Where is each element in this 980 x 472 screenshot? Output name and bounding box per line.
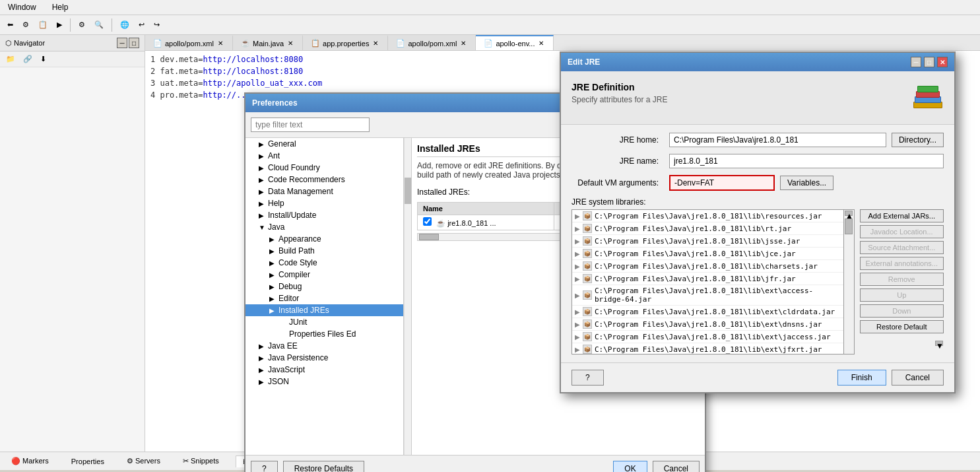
navigator-maximize[interactable]: □: [129, 38, 139, 48]
external-annotations-btn[interactable]: External annotations...: [860, 257, 944, 270]
tree-item-help[interactable]: ▶Help: [245, 197, 403, 209]
tree-item-junit[interactable]: JUnit: [245, 316, 403, 328]
tree-item-general[interactable]: ▶General: [245, 138, 403, 150]
prefs-cancel-btn[interactable]: Cancel: [653, 461, 700, 472]
tab-close-2[interactable]: ✕: [286, 40, 294, 47]
editjre-finish-btn[interactable]: Finish: [837, 370, 886, 386]
tree-item-ant[interactable]: ▶Ant: [245, 150, 403, 162]
nav-btn-1[interactable]: 📁: [3, 53, 18, 65]
source-attachment-btn[interactable]: Source Attachment...: [860, 241, 944, 254]
prefs-help-btn[interactable]: ?: [251, 461, 278, 472]
menu-window[interactable]: Window: [5, 1, 39, 13]
syslib-arrow-access[interactable]: ▶: [575, 292, 580, 299]
toolbar-btn-9[interactable]: ↪: [150, 18, 163, 31]
syslib-arrow-jfxrt[interactable]: ▶: [575, 346, 580, 353]
editjre-cancel-btn[interactable]: Cancel: [892, 370, 944, 386]
down-btn[interactable]: Down: [860, 304, 944, 318]
syslibs-scroll-area[interactable]: ▶ 📦 C:\Program Files\Java\jre1.8.0_181\l…: [572, 209, 844, 354]
tree-item-compiler[interactable]: ▶Compiler: [245, 269, 403, 281]
tree-item-buildpath[interactable]: ▶Build Path: [245, 245, 403, 257]
restore-default-btn[interactable]: Restore Default: [860, 320, 944, 333]
toolbar-btn-3[interactable]: 📋: [35, 18, 51, 31]
tree-item-datamanagement[interactable]: ▶Data Management: [245, 185, 403, 197]
toolbar-btn-5[interactable]: ⚙: [75, 18, 88, 31]
tree-item-installedjres[interactable]: ▶Installed JREs: [245, 304, 403, 316]
status-tab-properties[interactable]: Properties: [65, 455, 110, 467]
tab-apollo-pom-2[interactable]: 📄 apollo/pom.xml ✕: [388, 35, 476, 50]
status-tab-snippets[interactable]: ✂ Snippets: [177, 455, 225, 467]
syslib-arrow-jce[interactable]: ▶: [575, 250, 580, 257]
tree-scroll-thumb[interactable]: [405, 178, 411, 204]
tree-item-javascript[interactable]: ▶JavaScript: [245, 364, 403, 376]
syslib-arrow-jsse[interactable]: ▶: [575, 238, 580, 245]
tab-app-properties[interactable]: 📋 app.properties ✕: [303, 35, 388, 50]
toolbar-btn-2[interactable]: ⚙: [19, 18, 32, 31]
nav-btn-3[interactable]: ⬇: [37, 53, 49, 65]
tab-close-4[interactable]: ✕: [459, 40, 467, 47]
syslib-arrow-jaccess[interactable]: ▶: [575, 333, 580, 341]
scroll-up-btn[interactable]: ▲: [845, 211, 853, 216]
toolbar-btn-8[interactable]: ↩: [135, 18, 148, 31]
syslib-icon-rt: 📦: [583, 224, 592, 233]
tab-main-java[interactable]: ☕ Main.java ✕: [233, 35, 303, 50]
syslib-row-jfxrt: ▶ 📦 C:\Program Files\Java\jre1.8.0_181\l…: [572, 343, 843, 354]
status-tab-markers[interactable]: 🔴 Markers: [5, 455, 55, 467]
tree-item-codestyle[interactable]: ▶Code Style: [245, 257, 403, 269]
tree-item-javapersistence[interactable]: ▶Java Persistence: [245, 352, 403, 364]
prefs-ok-btn[interactable]: OK: [613, 461, 647, 472]
tree-item-debug[interactable]: ▶Debug: [245, 281, 403, 292]
tree-item-installupdates[interactable]: ▶Install/Update: [245, 209, 403, 221]
tree-item-appearance[interactable]: ▶Appearance: [245, 233, 403, 245]
syslib-arrow-charsets[interactable]: ▶: [575, 263, 580, 270]
remove-btn[interactable]: Remove: [860, 273, 944, 286]
toolbar-btn-1[interactable]: ⬅: [4, 18, 16, 31]
tab-apollo-pom-1[interactable]: 📄 apollo/pom.xml ✕: [145, 35, 233, 50]
scroll-down-btn[interactable]: ▼: [935, 341, 943, 346]
editjre-close-btn[interactable]: ✕: [937, 57, 948, 67]
tree-scrollbar[interactable]: [404, 138, 412, 455]
editjre-maximize-btn[interactable]: □: [924, 57, 934, 67]
jre-home-input[interactable]: [669, 133, 886, 147]
jre-checkbox-1[interactable]: [423, 217, 432, 226]
syslibs-scrollbar[interactable]: ▲ ▼: [844, 209, 855, 354]
tab-close-5[interactable]: ✕: [537, 40, 545, 47]
editjre-help-btn[interactable]: ?: [572, 370, 604, 386]
tab-close-3[interactable]: ✕: [372, 40, 379, 47]
jre-name-input[interactable]: [669, 154, 944, 168]
nav-btn-2[interactable]: 🔗: [20, 53, 36, 65]
prefs-restore-btn[interactable]: Restore Defaults: [283, 461, 364, 472]
toolbar-btn-4[interactable]: ▶: [53, 18, 65, 31]
preferences-search-input[interactable]: [251, 118, 370, 132]
navigator-header: ⬡ Navigator ─ □: [0, 35, 145, 51]
default-vm-variables-btn[interactable]: Variables...: [780, 176, 833, 190]
tab-apollo-env[interactable]: 📄 apollo-env... ✕: [476, 35, 554, 50]
javadoc-location-btn[interactable]: Javadoc Location...: [860, 225, 944, 238]
add-external-jars-btn[interactable]: Add External JARs...: [860, 209, 944, 222]
navigator-minimize[interactable]: ─: [117, 38, 127, 48]
editjre-minimize-btn[interactable]: ─: [911, 57, 921, 67]
tree-item-javaee[interactable]: ▶Java EE: [245, 340, 403, 352]
tree-item-json[interactable]: ▶JSON: [245, 376, 403, 388]
tree-item-editor[interactable]: ▶Editor: [245, 292, 403, 304]
syslib-arrow-jfr[interactable]: ▶: [575, 275, 580, 283]
toolbar-btn-7[interactable]: 🌐: [117, 18, 133, 31]
syslib-arrow-cldr[interactable]: ▶: [575, 308, 580, 316]
up-btn[interactable]: Up: [860, 288, 944, 302]
syslib-arrow-rt[interactable]: ▶: [575, 225, 580, 232]
tab-close-1[interactable]: ✕: [216, 40, 224, 47]
tree-item-coderecommenders[interactable]: ▶Code Recommenders: [245, 174, 403, 185]
menu-help[interactable]: Help: [49, 1, 71, 13]
tree-item-propertiesed[interactable]: Properties Files Ed: [245, 328, 403, 340]
content-hscroll-thumb[interactable]: [419, 234, 439, 240]
syslib-path-resources: C:\Program Files\Java\jre1.8.0_181\lib\r…: [595, 212, 822, 220]
default-vm-input[interactable]: [669, 175, 775, 191]
prefs-footer-right: OK Cancel: [613, 461, 700, 472]
status-tab-servers[interactable]: ⚙ Servers: [121, 455, 166, 467]
scroll-thumb[interactable]: [845, 219, 853, 234]
toolbar-btn-6[interactable]: 🔍: [91, 18, 107, 31]
syslib-arrow-dnsns[interactable]: ▶: [575, 321, 580, 328]
syslib-arrow-resources[interactable]: ▶: [575, 213, 580, 220]
tree-item-cloudfoundry[interactable]: ▶Cloud Foundry: [245, 162, 403, 174]
jre-home-directory-btn[interactable]: Directory...: [892, 133, 944, 147]
tree-item-java[interactable]: ▼Java: [245, 221, 403, 233]
